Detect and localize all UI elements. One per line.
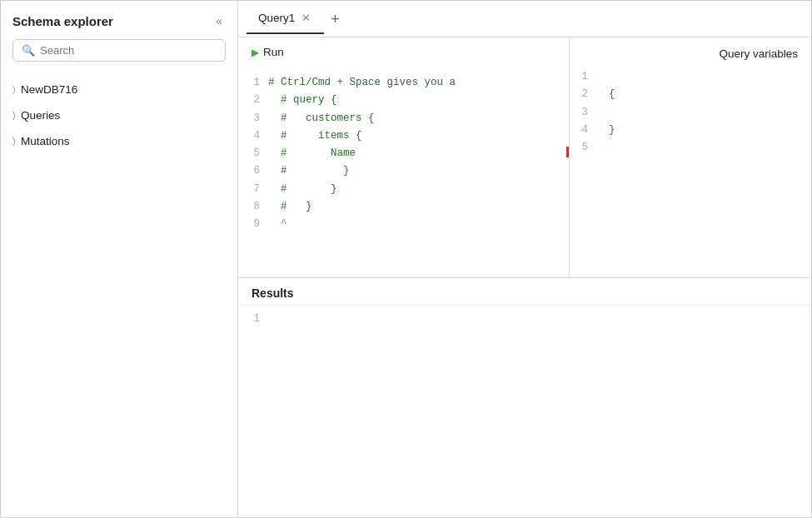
search-input[interactable] — [40, 44, 217, 57]
code-content[interactable]: # Ctrl/Cmd + Space gives you a # query {… — [268, 74, 569, 274]
editor-body: 123456789 # Ctrl/Cmd + Space gives you a… — [238, 71, 569, 277]
results-section: Results 1 — [238, 278, 811, 518]
sidebar-item-label: Mutations — [21, 135, 70, 147]
toolbar: ▶ Run — [247, 42, 289, 62]
code-editor[interactable]: 123456789 # Ctrl/Cmd + Space gives you a… — [238, 37, 570, 277]
chevron-right-icon: 〉 — [12, 84, 16, 95]
run-button[interactable]: ▶ Run — [247, 42, 289, 62]
sidebar-collapse-button[interactable]: « — [212, 12, 226, 29]
chevron-right-icon: 〉 — [12, 110, 16, 121]
query-variables-editor[interactable]: 12345 { } — [570, 68, 811, 157]
results-line-numbers: 1 — [238, 311, 268, 328]
tab-bar: Query1 ✕ + — [238, 1, 811, 37]
sidebar-item-queries[interactable]: 〉 Queries — [1, 102, 237, 128]
sidebar: Schema explorer « 🔍 〉 NewDB716 〉 Queries… — [1, 1, 238, 517]
tab-add-button[interactable]: + — [324, 8, 346, 30]
search-icon: 🔍 — [22, 44, 35, 57]
query-variables-header: Query variables — [570, 37, 811, 68]
tab-close-button[interactable]: ✕ — [300, 12, 312, 23]
main-content: Query1 ✕ + ▶ Run 123456789 # Ctrl/Cmd + … — [238, 1, 811, 517]
sidebar-item-newdb716[interactable]: 〉 NewDB716 — [1, 77, 237, 102]
results-header: Results — [238, 278, 811, 306]
query-variables-panel: Query variables 12345 { } — [570, 37, 811, 277]
tab-label: Query1 — [258, 12, 295, 24]
sidebar-item-label: Queries — [21, 109, 60, 122]
search-container: 🔍 — [1, 39, 237, 73]
search-wrapper: 🔍 — [12, 39, 226, 62]
qv-code: { } — [596, 68, 615, 157]
sidebar-item-mutations[interactable]: 〉 Mutations — [1, 128, 237, 154]
editor-section: ▶ Run 123456789 # Ctrl/Cmd + Space gives… — [238, 37, 811, 278]
sidebar-title: Schema explorer — [12, 14, 113, 28]
results-body: 1 — [238, 306, 811, 333]
chevron-right-icon: 〉 — [12, 136, 16, 147]
run-icon: ▶ — [252, 47, 259, 58]
sidebar-item-label: NewDB716 — [21, 83, 77, 96]
tab-query1[interactable]: Query1 ✕ — [247, 3, 324, 34]
qv-line-numbers: 12345 — [576, 68, 596, 157]
run-label: Run — [263, 46, 284, 58]
line-numbers: 123456789 — [238, 74, 268, 274]
sidebar-header: Schema explorer « — [1, 12, 237, 39]
sidebar-nav: 〉 NewDB716 〉 Queries 〉 Mutations — [1, 73, 237, 157]
